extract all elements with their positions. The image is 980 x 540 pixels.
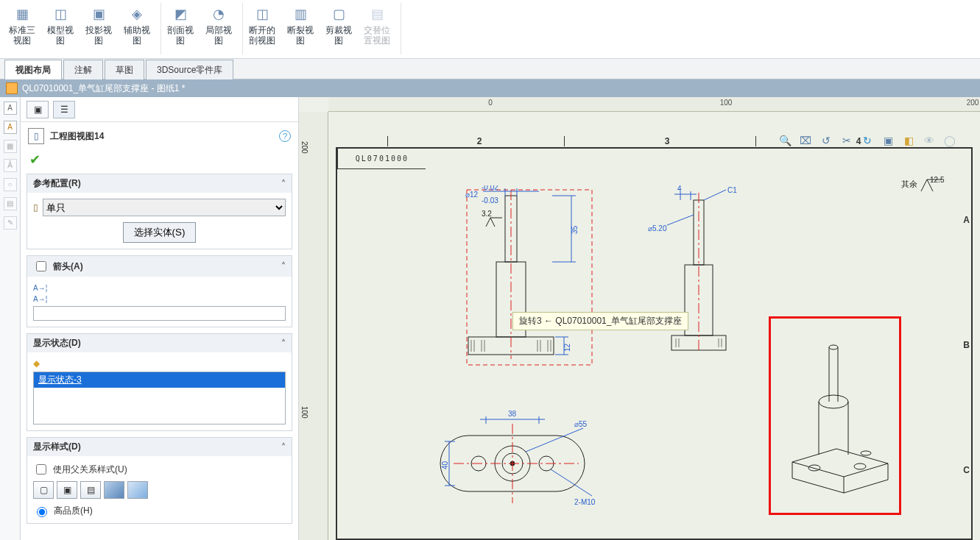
tab-sketch[interactable]: 草图 [105, 60, 144, 79]
ribbon-altpos: ▤ 交替位置视图 [359, 3, 395, 54]
svg-line-27 [667, 215, 694, 225]
style-hidden-removed[interactable]: ▤ [80, 481, 101, 499]
mini-dim-icon[interactable]: ▦ [4, 140, 17, 153]
style-wireframe[interactable]: ▢ [33, 481, 54, 499]
isometric-view[interactable] [770, 322, 900, 514]
ribbon-cropview[interactable]: ▢ 剪裁视图 [321, 3, 356, 54]
arrow-input[interactable] [33, 306, 286, 321]
svg-line-48 [526, 428, 583, 452]
sectionview-icon: ◩ [171, 4, 190, 24]
zoom-prev-icon[interactable]: ↺ [818, 132, 834, 149]
mini-aa-icon[interactable]: A [4, 121, 17, 134]
dim-d55: ⌀55 [574, 420, 588, 428]
tab-annotation[interactable]: 注解 [63, 60, 103, 79]
pm-tab-feature[interactable]: ▣ [27, 101, 49, 118]
brokenout-icon: ◫ [253, 4, 272, 24]
svg-point-53 [819, 395, 848, 408]
left-mini-toolbar: A A ▦ Â ○ ▤ ✎ [0, 97, 21, 540]
mini-a-icon[interactable]: A [4, 102, 17, 115]
drawing-number-block: QL0701000 [337, 149, 426, 169]
mini-balloon-icon[interactable]: ○ [4, 178, 17, 191]
dispstate-item[interactable]: 显示状态-3 [34, 372, 285, 388]
svg-line-26 [704, 190, 726, 200]
ribbon-detailview[interactable]: ◔ 局部视图 [201, 3, 236, 54]
ribbon-sectionview[interactable]: ◩ 剖面视图 [163, 3, 198, 54]
style-shaded[interactable] [127, 481, 148, 499]
select-entity-button[interactable]: 选择实体(S) [123, 222, 197, 243]
hide-show-icon[interactable]: 👁 [921, 132, 937, 149]
drawingview-icon: ▯ [28, 128, 44, 144]
view-cube-icon[interactable]: ◧ [900, 132, 917, 149]
horizontal-ruler: 0 100 200 200 [328, 97, 980, 112]
ribbon-auxview[interactable]: ◈ 辅助视图 [119, 3, 155, 54]
section-icon[interactable]: ✂ [839, 132, 855, 149]
zoom-area-icon[interactable]: ⌧ [797, 132, 814, 149]
cropview-icon: ▢ [329, 4, 348, 24]
pm-tab-property[interactable]: ☰ [53, 101, 75, 118]
config-icon: ▯ [33, 202, 38, 213]
side-view[interactable]: C1 ⌀5.20 4 [645, 185, 763, 362]
auxview-icon: ◈ [127, 4, 147, 24]
property-manager: ▣ ☰ ▯ 工程图视图14 ? ✔ 参考配置(R)˄ ▯ 单只 选择实体 [21, 97, 299, 540]
vertical-ruler: 200 100 [299, 112, 328, 540]
altpos-icon: ▤ [367, 4, 387, 24]
collapse-icon[interactable]: ˄ [281, 179, 286, 189]
ribbon-projview[interactable]: ▣ 投影视图 [81, 3, 116, 54]
detailview-icon: ◔ [209, 4, 228, 24]
dim-c1: C1 [727, 186, 737, 194]
dispstate-list[interactable]: 显示状态-3 [33, 372, 286, 424]
mini-sketch-icon[interactable]: ✎ [4, 216, 17, 230]
ribbon-std3view[interactable]: ▦ 标准三视图 [4, 3, 40, 54]
dim-d12: ⌀12 [465, 191, 479, 199]
dim-35: 35 [571, 225, 579, 234]
sec-dispstyle-title: 显示样式(D) [33, 441, 81, 453]
collapse-icon[interactable]: ˄ [281, 442, 286, 452]
ribbon-brokenout[interactable]: ◫ 断开的剖视图 [244, 3, 280, 54]
document-tab-bar: QL07010001_单气缸尾部支撑座 - 图纸1 * [0, 79, 980, 97]
drawing-canvas[interactable]: 0 100 200 200 200 100 2 3 4 A B C QL0701… [299, 97, 980, 540]
dim-12: 12 [563, 343, 571, 352]
mini-table-icon[interactable]: ▤ [4, 197, 17, 210]
display-style-icon[interactable]: ▣ [880, 132, 896, 149]
config-select[interactable]: 单只 [43, 199, 286, 216]
dim-d12-lo: -0.03 [482, 196, 498, 205]
surface-finish-note: 其余 12.5 [901, 175, 949, 194]
collapse-icon[interactable]: ˄ [281, 261, 286, 271]
projview-icon: ▣ [89, 4, 108, 24]
arrow-opt-1: A→¦ [33, 283, 286, 294]
zoom-icon[interactable]: 🔍 [777, 132, 793, 149]
view-tooltip: 旋转3 ← QL07010001_单气缸尾部支撑座 [512, 312, 688, 330]
mini-note-icon[interactable]: Â [4, 159, 17, 172]
hq-label: 高品质(H) [54, 505, 93, 517]
top-view[interactable]: 38 40 ⌀55 2-M10 [439, 406, 608, 524]
zone-col-3: 3 [660, 136, 674, 146]
ok-check-icon[interactable]: ✔ [21, 150, 298, 174]
tab-viewlayout[interactable]: 视图布局 [4, 60, 62, 79]
collapse-icon[interactable]: ˄ [281, 338, 286, 349]
appearance-icon[interactable]: ◯ [942, 132, 958, 149]
svg-point-56 [808, 465, 820, 471]
front-view[interactable]: -0.02 ⌀12 -0.03 35 12 3.2 [454, 185, 601, 369]
arrow-checkbox[interactable] [36, 261, 46, 271]
dim-40: 40 [441, 461, 449, 469]
pm-title: 工程图视图14 [50, 130, 273, 143]
rotate-icon[interactable]: ↻ [859, 132, 875, 149]
help-icon[interactable]: ? [279, 130, 291, 142]
svg-point-50 [829, 345, 838, 349]
dim-d520: ⌀5.20 [648, 224, 667, 232]
parent-style-label: 使用父关系样式(U) [53, 463, 127, 476]
parent-style-checkbox[interactable] [36, 464, 46, 475]
ribbon-breakview[interactable]: ▥ 断裂视图 [283, 3, 318, 54]
style-hidden-gray[interactable]: ▣ [57, 481, 77, 499]
style-shaded-edges[interactable] [104, 481, 124, 499]
hq-radio[interactable] [37, 507, 47, 517]
sec-config-title: 参考配置(R) [33, 177, 81, 190]
ribbon-modelview[interactable]: ◫ 模型视图 [43, 3, 78, 54]
zone-col-2: 2 [472, 136, 487, 146]
sec-arrow-title: 箭头(A) [53, 260, 83, 273]
tab-3dsource[interactable]: 3DSource零件库 [146, 60, 233, 79]
dim-2m10: 2-M10 [574, 498, 596, 506]
dim-4: 4 [677, 185, 682, 193]
heads-up-toolbar: 🔍 ⌧ ↺ ✂ ↻ ▣ ◧ 👁 ◯ [777, 132, 958, 149]
sec-dispstate-title: 显示状态(D) [33, 337, 81, 349]
